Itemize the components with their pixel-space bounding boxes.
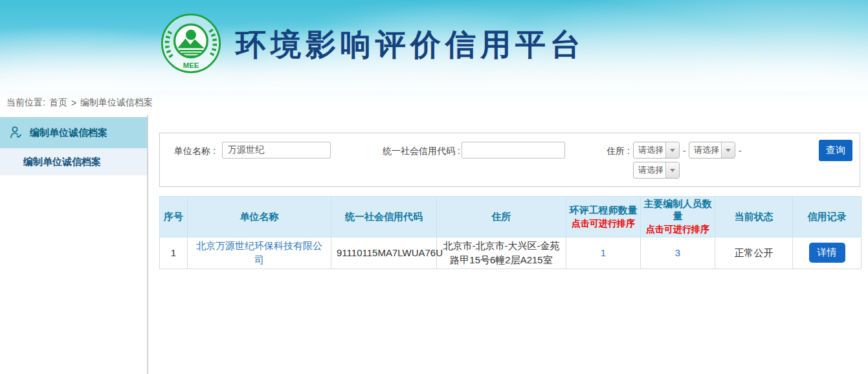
- chevron-down-icon[interactable]: [665, 162, 679, 178]
- sidebar-subitem-label: 编制单位诚信档案: [23, 156, 101, 168]
- unit-name-input[interactable]: [222, 142, 331, 159]
- col-header-credit-record: 信用记录: [793, 197, 862, 237]
- chevron-down-icon[interactable]: [721, 142, 735, 158]
- detail-button[interactable]: 详情: [809, 243, 845, 263]
- address-label: 住所 :: [606, 142, 630, 159]
- city-select-value: 请选择: [689, 142, 721, 158]
- site-banner: MEE 环境影响评价信用平台: [0, 0, 868, 91]
- col-header-engineer-count[interactable]: 环评工程师数量 点击可进行排序: [566, 197, 641, 237]
- col-header-index: 序号: [160, 197, 188, 237]
- staff-count-link[interactable]: 3: [675, 247, 680, 258]
- col-header-status: 当前状态: [715, 197, 793, 237]
- credit-code-input[interactable]: [462, 142, 565, 159]
- address-value: 北京市-北京市-大兴区-金苑路甲15号6幢2层A215室: [437, 237, 566, 269]
- staff-sort-hint[interactable]: 点击可进行排序: [643, 224, 712, 236]
- row-index: 1: [160, 237, 188, 269]
- credit-code-value: 91110115MA7LWUA76U: [331, 237, 437, 269]
- breadcrumb-home-link[interactable]: 首页: [49, 97, 67, 109]
- sidebar-item-credit-archive[interactable]: 编制单位诚信档案: [0, 117, 147, 148]
- province-select[interactable]: 请选择: [633, 142, 680, 159]
- address-dash-2: -: [739, 142, 742, 159]
- engineer-sort-hint[interactable]: 点击可进行排序: [569, 218, 638, 230]
- col-header-staff-count[interactable]: 主要编制人员数量 点击可进行排序: [641, 197, 715, 237]
- engineer-count-title: 环评工程师数量: [569, 204, 638, 217]
- user-check-icon: [8, 125, 24, 140]
- results-table: 序号 单位名称 统一社会信用代码 住所 环评工程师数量 点击可进行排序 主要编制…: [159, 196, 862, 269]
- province-select-value: 请选择: [634, 142, 665, 158]
- col-header-company: 单位名称: [188, 197, 331, 237]
- breadcrumb-current: 编制单位诚信档案: [80, 97, 153, 109]
- brand: MEE 环境影响评价信用平台: [161, 13, 585, 76]
- col-header-credit-code: 统一社会信用代码: [331, 197, 437, 237]
- table-row: 1 北京万源世纪环保科技有限公司 91110115MA7LWUA76U 北京市-…: [160, 237, 862, 269]
- company-link[interactable]: 北京万源世纪环保科技有限公司: [196, 240, 322, 265]
- city-select[interactable]: 请选择: [689, 142, 735, 159]
- staff-count-title: 主要编制人员数量: [643, 198, 712, 223]
- col-header-address: 住所: [437, 197, 566, 237]
- credit-code-label: 统一社会信用代码 :: [383, 142, 460, 159]
- breadcrumb-separator: >: [71, 98, 76, 108]
- table-header-row: 序号 单位名称 统一社会信用代码 住所 环评工程师数量 点击可进行排序 主要编制…: [160, 197, 862, 237]
- sidebar-item-label: 编制单位诚信档案: [30, 127, 107, 139]
- svg-text:MEE: MEE: [183, 61, 199, 69]
- sidebar-subitem-credit-archive[interactable]: 编制单位诚信档案: [0, 148, 147, 175]
- chevron-down-icon[interactable]: [665, 142, 679, 158]
- district-select-value: 请选择: [634, 162, 665, 178]
- breadcrumb: 当前位置: 首页 > 编制单位诚信档案: [0, 91, 868, 115]
- status-value: 正常公开: [715, 237, 793, 269]
- address-dash-1: -: [683, 142, 686, 159]
- main-content: 单位名称 : 统一社会信用代码 : 住所 : 请选择 - 请选择 - 请选择: [148, 115, 868, 374]
- sidebar: 编制单位诚信档案 编制单位诚信档案: [0, 115, 148, 374]
- search-panel: 单位名称 : 统一社会信用代码 : 住所 : 请选择 - 请选择 - 请选择: [159, 133, 860, 187]
- breadcrumb-prefix: 当前位置:: [6, 97, 45, 109]
- page: MEE 环境影响评价信用平台 当前位置: 首页 > 编制单位诚信档案 编: [0, 0, 868, 374]
- site-title: 环境影响评价信用平台: [236, 14, 585, 76]
- unit-name-label: 单位名称 :: [174, 142, 216, 159]
- engineer-count-link[interactable]: 1: [601, 247, 606, 258]
- mee-logo-icon: MEE: [161, 13, 221, 76]
- district-select[interactable]: 请选择: [633, 162, 680, 179]
- query-button[interactable]: 查询: [819, 140, 852, 161]
